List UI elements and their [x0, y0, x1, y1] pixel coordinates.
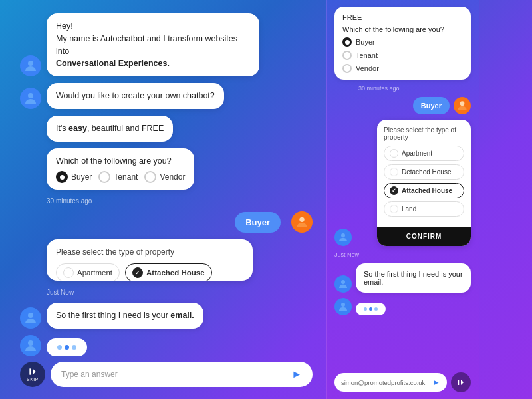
right-radio-vendor-circle	[342, 64, 352, 73]
bot-avatar-2	[20, 88, 41, 109]
svg-point-4	[28, 340, 33, 346]
skip-label: SKIP	[27, 377, 39, 382]
svg-point-2	[299, 217, 304, 222]
right-prop-apartment[interactable]: Apartment	[384, 146, 464, 161]
right-input-row: simon@promotedprofits.co.uk ►	[334, 372, 471, 392]
radio-buyer-label: Buyer	[71, 171, 92, 183]
right-text-input[interactable]: simon@promotedprofits.co.uk ►	[334, 373, 447, 392]
bot-avatar-typing	[20, 335, 41, 356]
user-reply-buyer: Buyer	[20, 211, 313, 233]
property-card-body: Please select the type of property Apart…	[47, 239, 253, 281]
right-property-card: Please select the type of property Apart…	[377, 120, 471, 246]
svg-point-8	[341, 280, 345, 284]
right-bot-property-row: Please select the type of property Apart…	[334, 120, 471, 246]
skip-button[interactable]: SKIP	[20, 362, 45, 387]
right-radio-tenant-label: Tenant	[356, 51, 378, 59]
right-property-body: Please select the type of property Apart…	[377, 120, 471, 227]
right-which-question: Which of the following are you?	[342, 25, 463, 33]
right-property-title: Please select the type of property	[384, 126, 464, 141]
bot-avatar	[20, 55, 41, 76]
radio-buyer-circle	[56, 171, 68, 183]
svg-rect-5	[29, 368, 31, 374]
svg-point-1	[28, 93, 33, 98]
radio-tenant[interactable]: Tenant	[98, 171, 138, 183]
right-email-msg: So the first thing I need is your email.	[364, 270, 463, 286]
which-bubble: Which of the following are you? Buyer Te…	[47, 148, 194, 190]
property-options-row: Apartment ✓ Attached House Land	[56, 263, 243, 281]
email-bold: email.	[170, 311, 194, 320]
send-icon[interactable]: ►	[291, 368, 302, 380]
right-radio-vendor[interactable]: Vendor	[342, 64, 463, 73]
intro-bold: Conversational Experiences.	[56, 59, 170, 68]
radio-tenant-circle	[98, 171, 110, 183]
bot-message-easy: It's easy, beautiful and FREE	[20, 116, 313, 142]
right-bot-avatar-email	[334, 275, 352, 293]
right-user-buyer-bubble: Buyer	[413, 97, 450, 114]
just-now-label: Just Now	[47, 289, 313, 296]
user-avatar	[291, 211, 313, 233]
right-prop-attached-check: ✓	[390, 186, 398, 195]
svg-point-9	[341, 303, 345, 307]
right-bot-email-row: So the first thing I need is your email.	[334, 263, 471, 293]
svg-point-3	[28, 313, 33, 318]
prop-apartment-check	[63, 267, 74, 278]
right-just-now: Just Now	[334, 251, 471, 258]
right-prop-detached-check	[390, 168, 398, 176]
right-radio-buyer[interactable]: Buyer	[342, 37, 463, 47]
email-pre: So the first thing I need is your	[56, 311, 170, 320]
radio-buyer[interactable]: Buyer	[56, 171, 92, 183]
timestamp-1: 30 minutes ago	[47, 198, 313, 205]
easy-bubble: It's easy, beautiful and FREE	[47, 116, 173, 142]
prop-apartment[interactable]: Apartment	[56, 263, 120, 281]
right-prop-detached-label: Detached House	[402, 168, 452, 176]
right-input-placeholder: simon@promotedprofits.co.uk	[341, 379, 425, 386]
chat-messages: Hey! My name is Autochatbot and I transf…	[20, 13, 313, 356]
right-prop-detached[interactable]: Detached House	[384, 164, 464, 180]
right-send-icon[interactable]: ►	[432, 378, 440, 387]
right-typing-bubble	[356, 303, 386, 315]
right-chat-panel: FREE Which of the following are you? Buy…	[326, 0, 479, 399]
right-dot-1	[364, 307, 367, 311]
right-radio-buyer-circle	[342, 37, 352, 47]
bot-message-which: Which of the following are you? Buyer Te…	[20, 148, 313, 190]
right-skip-button[interactable]	[451, 372, 471, 392]
right-prop-land-check	[390, 205, 398, 213]
radio-vendor[interactable]: Vendor	[144, 171, 185, 183]
q2-text: Would you like to create your own chatbo…	[56, 91, 215, 100]
svg-point-0	[28, 61, 33, 66]
right-user-buyer-row: Buyer	[334, 97, 471, 114]
input-row: SKIP Type an answer ►	[20, 362, 313, 392]
prop-attached-house[interactable]: ✓ Attached House	[125, 263, 212, 281]
right-dot-3	[374, 307, 378, 311]
radio-vendor-circle	[144, 171, 156, 183]
text-input[interactable]: Type an answer ►	[51, 362, 313, 387]
right-radio-buyer-label: Buyer	[356, 38, 375, 46]
dot-3	[72, 345, 76, 350]
right-radio-tenant[interactable]: Tenant	[342, 51, 463, 60]
right-user-avatar	[454, 97, 471, 114]
prop-apartment-label: Apartment	[77, 269, 112, 277]
intro-line2: My name is Autochatbot and I transform w…	[56, 34, 237, 56]
email-bubble: So the first thing I need is your email.	[47, 303, 203, 329]
right-prop-attached[interactable]: ✓ Attached House	[384, 183, 464, 198]
prop-attached-label: Attached House	[146, 269, 205, 277]
input-placeholder: Type an answer	[61, 370, 118, 379]
radio-vendor-label: Vendor	[160, 171, 185, 183]
right-confirm-button[interactable]: CONFIRM	[377, 227, 471, 246]
right-bot-avatar-prop	[334, 229, 352, 246]
right-prop-land[interactable]: Land	[384, 201, 464, 217]
user-bubble-buyer: Buyer	[235, 212, 281, 233]
radio-tenant-label: Tenant	[114, 171, 138, 183]
radio-options: Buyer Tenant Vendor	[56, 171, 185, 183]
dot-1	[57, 345, 62, 350]
right-prop-land-label: Land	[402, 205, 416, 213]
property-title: Please select the type of property	[56, 247, 243, 257]
right-free-bubble: FREE Which of the following are you? Buy…	[334, 7, 471, 80]
right-prop-apartment-label: Apartment	[402, 150, 432, 157]
bot-typing	[20, 335, 313, 356]
intro-line1: Hey!	[56, 21, 73, 31]
right-radio-tenant-circle	[342, 51, 352, 60]
prop-attached-check: ✓	[132, 267, 143, 278]
right-timestamp: 30 minutes ago	[358, 85, 471, 92]
right-prop-apartment-check	[390, 149, 398, 158]
